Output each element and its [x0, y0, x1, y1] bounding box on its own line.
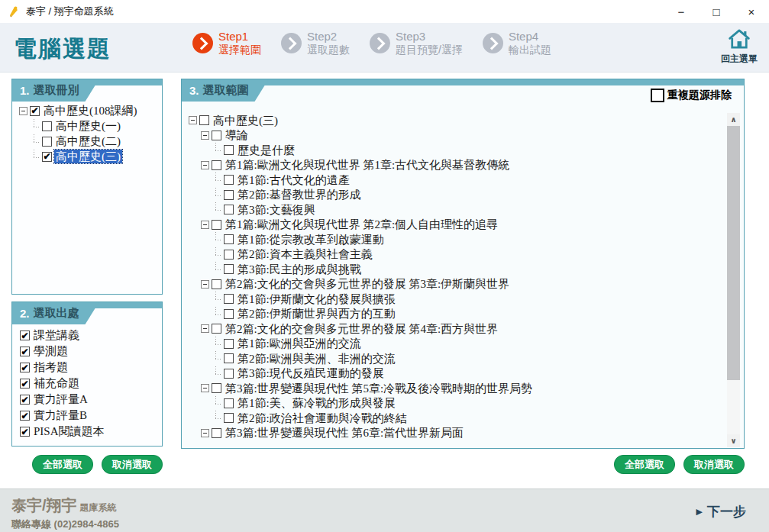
tree-checkbox[interactable]: ✔: [30, 106, 40, 116]
source-checkbox[interactable]: ✔: [20, 427, 30, 437]
source-checkbox[interactable]: ✔: [20, 411, 30, 421]
tree-connector: [212, 366, 222, 381]
deselect-button-left[interactable]: 取消選取: [102, 455, 163, 474]
tree-checkbox[interactable]: [212, 131, 221, 140]
tree-node-label[interactable]: 第1篇:歐洲文化與現代世界 第2章:個人自由理性的追尋: [224, 218, 499, 231]
scroll-down-icon[interactable]: ∨: [727, 434, 740, 447]
close-button[interactable]: ×: [734, 0, 769, 23]
scrollbar-thumb[interactable]: [727, 126, 740, 380]
select-all-button-left[interactable]: 全部選取: [32, 455, 93, 474]
expand-collapse-icon[interactable]: [201, 384, 209, 392]
tree-node-label[interactable]: 第3篇:世界變遷與現代性 第6章:當代世界新局面: [224, 426, 465, 440]
tree-checkbox[interactable]: [224, 250, 234, 260]
tree-checkbox[interactable]: [224, 413, 234, 423]
source-item[interactable]: ✔實力評量A: [20, 392, 159, 408]
expand-collapse-icon[interactable]: [201, 429, 209, 437]
duplicate-source-exclude[interactable]: 重複題源排除: [651, 89, 732, 102]
tree-checkbox[interactable]: [212, 428, 221, 438]
tree-checkbox[interactable]: [224, 339, 234, 349]
tree-checkbox[interactable]: [42, 121, 52, 131]
tree-checkbox[interactable]: [224, 205, 234, 214]
tree-checkbox[interactable]: [224, 190, 234, 200]
tree-checkbox[interactable]: [224, 175, 234, 185]
tree-node-label[interactable]: 第1節:伊斯蘭文化的發展與擴張: [236, 292, 397, 306]
tree-checkbox[interactable]: [224, 145, 234, 155]
tree-checkbox[interactable]: [224, 309, 234, 319]
tree-node-label[interactable]: 歷史是什麼: [236, 143, 296, 157]
source-checkbox[interactable]: ✔: [20, 347, 30, 356]
source-checkbox[interactable]: ✔: [20, 363, 30, 372]
tree-checkbox[interactable]: [212, 160, 221, 170]
step-chevron-icon: [192, 33, 213, 53]
source-label: 實力評量B: [34, 408, 87, 423]
source-checkbox[interactable]: ✔: [20, 395, 30, 405]
tree-node-label[interactable]: 高中歷史(三): [54, 150, 122, 163]
step-step2[interactable]: Step2選取題數: [281, 30, 350, 56]
contact-phone: 聯絡專線 (02)2984-4865: [11, 517, 119, 531]
tree-connector: [212, 188, 222, 202]
tree-node-label[interactable]: 第1節:歐洲與亞洲的交流: [236, 337, 363, 350]
tree-checkbox[interactable]: [224, 234, 234, 244]
tree-node-label[interactable]: 第2節:政治社會運動與冷戰的終結: [236, 411, 409, 425]
tree-node-label[interactable]: 高中歷史(一): [54, 119, 122, 133]
step-step1[interactable]: Step1選擇範圍: [192, 30, 261, 56]
tree-checkbox[interactable]: [199, 115, 209, 125]
duplicate-exclude-checkbox[interactable]: [651, 89, 664, 102]
source-item[interactable]: ✔指考題: [20, 360, 159, 376]
step-step4[interactable]: Step4輸出試題: [483, 30, 551, 56]
tree-checkbox[interactable]: [224, 353, 234, 363]
tree-node-label[interactable]: 第1節:從宗教改革到啟蒙運動: [236, 233, 386, 247]
expand-collapse-icon[interactable]: [19, 107, 27, 115]
tree-checkbox[interactable]: [212, 383, 221, 393]
expand-collapse-icon[interactable]: [201, 221, 209, 229]
tree-node-label[interactable]: 第2節:歐洲與美洲、非洲的交流: [236, 352, 397, 366]
scroll-up-icon[interactable]: ∧: [727, 113, 740, 126]
expand-collapse-icon[interactable]: [201, 324, 209, 333]
tree-checkbox[interactable]: [224, 264, 234, 274]
step-step3[interactable]: Step3題目預覽/選擇: [370, 30, 463, 56]
tree-node-label[interactable]: 第1篇:歐洲文化與現代世界 第1章:古代文化與基督教傳統: [224, 158, 511, 172]
scrollbar[interactable]: ∧ ∨: [727, 113, 740, 447]
tree-checkbox[interactable]: [224, 369, 234, 379]
tree-node-label[interactable]: 第3篇:世界變遷與現代性 第5章:冷戰及後冷戰時期的世界局勢: [224, 382, 534, 395]
tree-node-label[interactable]: 第3節:文藝復興: [236, 203, 317, 217]
tree-node-label[interactable]: 第3節:民主的形成與挑戰: [236, 263, 363, 276]
expand-collapse-icon[interactable]: [201, 161, 209, 169]
tree-node-label[interactable]: 第3節:現代反殖民運動的發展: [236, 366, 386, 380]
home-button[interactable]: 回主選單: [717, 29, 761, 66]
expand-collapse-icon[interactable]: [189, 116, 197, 124]
source-item[interactable]: ✔課堂講義: [20, 327, 159, 343]
tree-node-label[interactable]: 導論: [224, 128, 250, 142]
source-item[interactable]: ✔補充命題: [20, 376, 159, 392]
source-item[interactable]: ✔PISA閱讀題本: [20, 424, 159, 440]
tree-node-label[interactable]: 第2篇:文化的交會與多元世界的發展 第4章:西方與世界: [224, 322, 499, 336]
source-checkbox[interactable]: ✔: [20, 379, 30, 389]
tree-checkbox[interactable]: ✔: [42, 152, 52, 162]
tree-node-label[interactable]: 第1節:古代文化的遺產: [236, 173, 351, 187]
maximize-button[interactable]: □: [699, 0, 734, 23]
tree-checkbox[interactable]: [212, 324, 221, 334]
minimize-button[interactable]: −: [664, 0, 699, 23]
tree-node-label[interactable]: 第2節:伊斯蘭世界與西方的互動: [236, 307, 397, 321]
tree-checkbox[interactable]: [224, 294, 234, 304]
tree-node-label[interactable]: 高中歷史(三): [212, 114, 279, 127]
deselect-button-right[interactable]: 取消選取: [683, 455, 745, 474]
source-item[interactable]: ✔實力評量B: [20, 408, 159, 424]
select-all-button-right[interactable]: 全部選取: [614, 455, 675, 474]
tree-checkbox[interactable]: [212, 220, 221, 230]
next-step-button[interactable]: ▶ 下一步: [696, 503, 746, 521]
tree-node-label[interactable]: 第2篇:文化的交會與多元世界的發展 第3章:伊斯蘭與世界: [224, 277, 511, 291]
expand-collapse-icon[interactable]: [201, 131, 209, 140]
tree-row: 第1節:美、蘇冷戰的形成與發展: [212, 396, 724, 411]
source-checkbox[interactable]: ✔: [20, 330, 30, 340]
tree-checkbox[interactable]: [42, 137, 52, 147]
source-item[interactable]: ✔學測題: [20, 343, 159, 360]
tree-node-label[interactable]: 高中歷史(二): [54, 134, 122, 148]
tree-node-label[interactable]: 高中歷史(108課綱): [42, 104, 139, 118]
tree-checkbox[interactable]: [224, 398, 234, 408]
tree-node-label[interactable]: 第2節:基督教世界的形成: [236, 188, 363, 202]
tree-checkbox[interactable]: [212, 279, 221, 289]
tree-node-label[interactable]: 第2節:資本主義與社會主義: [236, 247, 374, 261]
expand-collapse-icon[interactable]: [201, 280, 209, 289]
tree-node-label[interactable]: 第1節:美、蘇冷戰的形成與發展: [236, 396, 397, 410]
